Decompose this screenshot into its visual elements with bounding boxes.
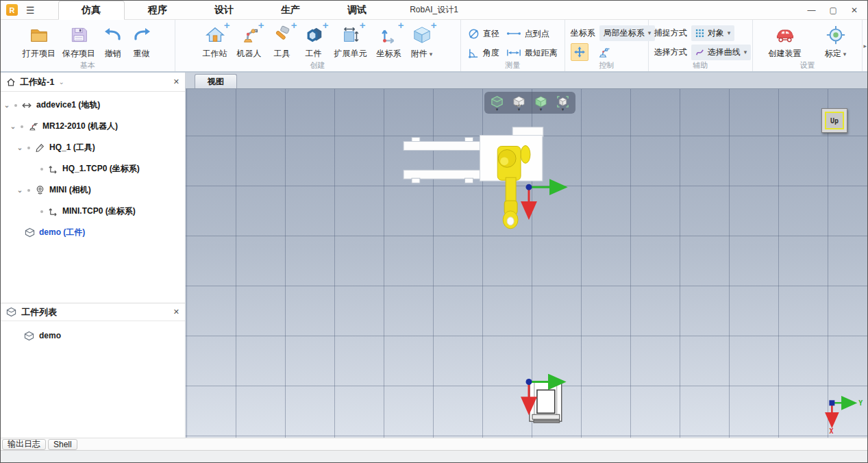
solid-label: solid <box>516 103 523 106</box>
tree-bullet <box>14 104 17 107</box>
plus-badge-icon: + <box>291 22 297 29</box>
ribbon-group-create: + 工作站 + 机器人 + 工具 <box>175 20 461 71</box>
create-robot-button[interactable]: + 机器人 <box>234 23 264 61</box>
button-label: 重做 <box>134 48 150 60</box>
angle-icon <box>468 47 480 59</box>
button-label: 角度 <box>483 47 499 59</box>
snap-mode-select[interactable]: 对象 ▾ <box>691 25 735 41</box>
tree-bullet <box>27 147 30 149</box>
measure-point-to-point-button[interactable]: 点到点 <box>506 28 558 40</box>
shortest-distance-icon <box>506 49 521 57</box>
chevron-down-icon[interactable]: ⌄ <box>16 186 23 194</box>
axis-x-label: X <box>829 427 833 435</box>
chevron-down-icon[interactable]: ⌄ <box>3 101 10 109</box>
redo-icon <box>131 24 153 46</box>
group-label: 辅助 <box>649 60 752 71</box>
create-tool-button[interactable]: + 工具 <box>269 23 296 61</box>
menu-tab-simulation[interactable]: 仿真 <box>58 1 125 20</box>
floppy-disk-icon <box>68 24 90 46</box>
hammer-icon: + <box>271 24 293 46</box>
scene-tree: ⌄ addevice1 (地轨) ⌄ MR12-2010 (机器人) <box>1 92 185 303</box>
create-coordinate-system-button[interactable]: + 坐标系 <box>374 23 404 61</box>
ribbon-overflow-icon[interactable]: ▸ <box>863 20 867 71</box>
hamburger-menu-icon[interactable]: ☰ <box>26 5 35 16</box>
plus-badge-icon: + <box>398 22 404 29</box>
move-tool-button[interactable] <box>571 43 588 61</box>
tree-item-addevice1[interactable]: ⌄ addevice1 (地轨) <box>1 95 185 116</box>
chevron-down-icon[interactable]: ⌄ <box>16 144 23 151</box>
shaded-view-button[interactable]: ▾ <box>532 93 549 112</box>
create-workstation-button[interactable]: + 工作站 <box>200 23 230 61</box>
workpiece-item-demo[interactable]: demo <box>1 325 185 346</box>
fit-view-button[interactable]: ▾ <box>554 93 571 112</box>
tree-item-hq1[interactable]: ⌄ HQ_1 (工具) <box>1 137 185 158</box>
title-bar: R ☰ RobAI_设计1 仿真 程序 设计 生产 调试 — ▢ ✕ <box>1 1 867 20</box>
plus-badge-icon: + <box>323 22 329 29</box>
close-icon[interactable]: ✕ <box>851 6 858 14</box>
measure-angle-button[interactable]: 角度 <box>468 47 499 59</box>
output-log-tab[interactable]: 输出日志 <box>2 439 46 450</box>
menu-tab-debug[interactable]: 调试 <box>324 1 390 19</box>
save-project-button[interactable]: 保存项目 <box>60 23 98 61</box>
hex-nut-icon: + <box>303 24 325 46</box>
measure-shortest-distance-button[interactable]: 最短距离 <box>506 47 558 59</box>
tcp-axes-icon <box>47 164 58 175</box>
solid-view-button[interactable]: solid ▾ <box>510 93 528 112</box>
viewport-canvas[interactable]: Y X ▾ solid <box>186 88 867 438</box>
tree-item-hq1-tcp0[interactable]: HQ_1.TCP0 (坐标系) <box>1 158 185 179</box>
measure-diameter-button[interactable]: 直径 <box>468 28 499 40</box>
maximize-icon[interactable]: ▢ <box>830 6 837 14</box>
tree-item-mini-tcp0[interactable]: MINI.TCP0 (坐标系) <box>1 201 185 222</box>
workpiece-list-header: 工件列表 ✕ <box>1 303 185 321</box>
create-extension-unit-button[interactable]: + 扩展单元 <box>332 23 370 61</box>
tree-item-mini[interactable]: ⌄ MINI (相机) <box>1 179 185 201</box>
caret-down-icon[interactable]: ▾ <box>843 51 847 58</box>
shell-tab[interactable]: Shell <box>48 439 77 450</box>
coordinate-system-select[interactable]: 局部坐标系 ▾ <box>599 25 656 41</box>
selected-value: 对象 <box>708 27 724 39</box>
status-bar <box>1 450 867 462</box>
select-mode-field-label: 选择方式 <box>654 47 687 58</box>
select-mode-select[interactable]: 选择曲线 ▾ <box>691 45 752 60</box>
view-tab[interactable]: 视图 <box>195 74 237 88</box>
menu-tab-design[interactable]: 设计 <box>191 1 258 19</box>
button-label: 机器人 <box>237 48 262 60</box>
button-label: 最短距离 <box>525 47 558 59</box>
viewport: 视图 <box>186 73 867 438</box>
panel-close-icon[interactable]: ✕ <box>173 77 179 86</box>
tree-item-label: addevice1 (地轨) <box>36 99 100 111</box>
viewport-tab-strip: 视图 <box>186 73 867 88</box>
world-axis-indicator: Y X <box>829 399 863 435</box>
wireframe-view-button[interactable]: ▾ <box>488 93 506 112</box>
plus-badge-icon: + <box>258 22 264 29</box>
create-device-button[interactable]: 创建装置 <box>766 23 804 61</box>
workpiece-cube-icon <box>24 227 35 238</box>
view-orientation-cube[interactable]: Up <box>821 108 847 133</box>
tree-item-mr12-2010[interactable]: ⌄ MR12-2010 (机器人) <box>1 116 185 137</box>
caret-down-icon[interactable]: ▾ <box>430 51 433 58</box>
tree-bullet <box>21 125 23 128</box>
workstation-house-icon: + <box>204 24 226 46</box>
plus-badge-icon: + <box>360 22 366 29</box>
button-label: 创建装置 <box>769 48 802 60</box>
menu-tab-program[interactable]: 程序 <box>125 1 191 19</box>
robot-icon <box>27 121 38 132</box>
tree-item-demo[interactable]: demo (工件) <box>1 222 185 243</box>
open-project-button[interactable]: 打开项目 <box>20 23 58 61</box>
bottom-tab-bar: 输出日志 Shell <box>1 438 867 450</box>
camera-icon <box>34 185 45 196</box>
robot-jog-button[interactable] <box>595 43 613 61</box>
create-attachment-button[interactable]: + 附件 ▾ <box>408 23 436 61</box>
menu-tab-production[interactable]: 生产 <box>258 1 324 19</box>
robot-coordinate-frame <box>526 184 564 216</box>
create-workpiece-button[interactable]: + 工件 <box>300 23 327 61</box>
ribbon-group-settings: 创建装置 标定 ▾ 设置 <box>753 20 863 71</box>
chevron-down-icon[interactable]: ⌄ <box>10 123 16 130</box>
minimize-icon[interactable]: — <box>808 6 816 14</box>
redo-button[interactable]: 重做 <box>128 23 156 61</box>
calibration-button[interactable]: 标定 ▾ <box>822 23 850 61</box>
chevron-down-icon[interactable]: ⌄ <box>59 78 64 86</box>
undo-button[interactable]: 撤销 <box>99 23 127 61</box>
panel-close-icon[interactable]: ✕ <box>173 308 179 316</box>
ribbon-group-auxiliary: 捕捉方式 对象 ▾ 选择方式 选择曲线 <box>649 20 753 71</box>
